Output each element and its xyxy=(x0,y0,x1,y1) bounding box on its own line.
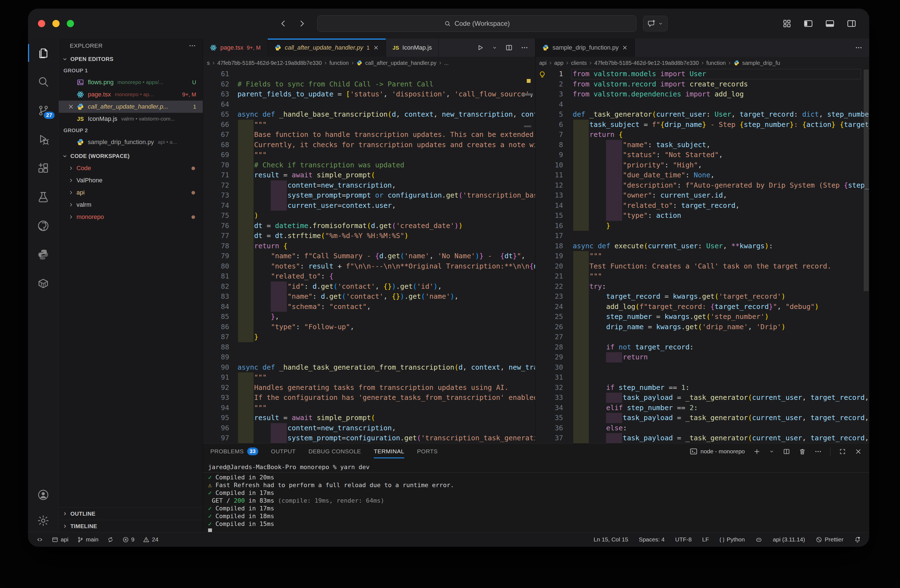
sidebar-folder-monorepo[interactable]: monorepo xyxy=(59,211,203,223)
panel-tab-output[interactable]: OUTPUT xyxy=(271,443,296,459)
open-editor-item[interactable]: page.tsxmonorepo • ap...9+, M xyxy=(59,88,203,101)
breadcrumb[interactable]: s›47feb7bb-5185-462d-9e12-19a8d8b7e330›f… xyxy=(203,57,535,69)
more-icon[interactable] xyxy=(855,44,863,51)
panel-tab-problems[interactable]: PROBLEMS33 xyxy=(210,443,258,459)
activity-search[interactable] xyxy=(28,69,59,95)
close-editor-icon[interactable] xyxy=(66,103,76,110)
sidebar-folder-valphone[interactable]: ValPhone xyxy=(59,174,203,186)
breadcrumb-item[interactable]: call_after_update_handler.py xyxy=(365,60,436,66)
breadcrumb-item[interactable]: app xyxy=(554,60,563,66)
terminal-instance-label[interactable]: node - monorepo xyxy=(689,447,745,456)
breadcrumb[interactable]: api›app›clients›47feb7bb-5185-462d-9e12-… xyxy=(535,57,869,69)
activity-explorer[interactable] xyxy=(28,40,59,66)
breadcrumb-item[interactable]: api xyxy=(539,60,547,66)
breadcrumb-item[interactable]: ... xyxy=(444,60,448,66)
terminal-output[interactable]: jared@Jareds-MacBook-Pro monorepo % yarn… xyxy=(203,459,869,532)
activity-extensions[interactable] xyxy=(28,155,59,181)
split-editor-icon[interactable] xyxy=(505,44,513,51)
panel-tab-terminal[interactable]: TERMINAL xyxy=(374,443,404,459)
activity-docker[interactable] xyxy=(28,271,59,296)
status-text: Ln 15, Col 15 xyxy=(594,536,628,543)
panel-tab-debug-console[interactable]: DEBUG CONSOLE xyxy=(309,443,361,459)
open-editor-item[interactable]: sample_drip_function.pyapi • a... xyxy=(59,136,203,148)
zoom-window-button[interactable] xyxy=(67,20,74,27)
activity-python[interactable] xyxy=(28,242,59,267)
breadcrumb-item[interactable]: sample_drip_fu xyxy=(742,60,780,66)
status-prettier[interactable]: Prettier xyxy=(816,536,844,543)
outline-header[interactable]: OUTLINE xyxy=(59,507,203,520)
status-bell[interactable] xyxy=(854,536,861,543)
status-api-3-11-14-[interactable]: api (3.11.14) xyxy=(773,536,805,543)
status-copilot[interactable] xyxy=(756,536,762,543)
sidebar-folder-api[interactable]: api xyxy=(59,186,203,199)
status-main[interactable]: main xyxy=(77,536,99,543)
code-line-66: 66 """ xyxy=(203,120,535,130)
open-editor-item[interactable]: JSIconMap.jsvalrm • valstorm-com... xyxy=(59,113,203,125)
activity-source-control[interactable]: 27 xyxy=(28,98,59,123)
code-editor[interactable]: 6162# Fields to sync from Child Call -> … xyxy=(203,69,535,443)
panel-tab-ports[interactable]: PORTS xyxy=(417,443,438,459)
panel-plus-icon[interactable] xyxy=(753,448,760,455)
activity-run-debug[interactable] xyxy=(28,127,59,152)
breadcrumb-item[interactable]: 47feb7bb-5185-462d-9e12-19a8d8b7e330 xyxy=(217,60,322,66)
activity-settings[interactable] xyxy=(28,508,59,534)
chevron-down-icon xyxy=(62,56,68,62)
breadcrumb-item[interactable]: 47feb7bb-5185-462d-9e12-19a8d8b7e330 xyxy=(594,60,699,66)
timeline-header[interactable]: TIMELINE xyxy=(59,520,203,532)
toggle-panel-icon[interactable] xyxy=(825,19,835,28)
navigate-back-button[interactable] xyxy=(279,19,289,28)
panel-more-icon[interactable] xyxy=(815,448,822,455)
status-ln-15-col-15[interactable]: Ln 15, Col 15 xyxy=(594,536,628,543)
breadcrumb-item[interactable]: s xyxy=(207,60,210,66)
panel-split-editor-icon[interactable] xyxy=(783,448,790,455)
close-tab-icon[interactable] xyxy=(373,45,379,51)
status-python[interactable]: { }Python xyxy=(720,536,745,543)
open-editors-header[interactable]: OPEN EDITORS xyxy=(59,53,203,65)
breadcrumb-item[interactable]: clients xyxy=(571,60,587,66)
more-actions-icon[interactable] xyxy=(188,42,196,50)
copilot-chat-button[interactable] xyxy=(643,16,667,31)
activity-github[interactable] xyxy=(28,213,59,239)
editor-scrollbar[interactable] xyxy=(864,70,869,291)
panel-maximize-icon[interactable] xyxy=(839,448,846,455)
activity-testing[interactable] xyxy=(28,184,59,210)
toggle-sidebar-right-icon[interactable] xyxy=(847,19,857,28)
activity-account[interactable] xyxy=(28,482,59,507)
lightbulb-icon[interactable] xyxy=(538,71,546,79)
editor-tab-page.tsx[interactable]: page.tsx9+, M xyxy=(203,39,268,57)
close-window-button[interactable] xyxy=(38,20,45,27)
navigate-forward-button[interactable] xyxy=(297,19,306,28)
breadcrumb-separator: › xyxy=(728,59,731,67)
workspace-header[interactable]: CODE (WORKSPACE) xyxy=(59,150,203,162)
panel-close-icon[interactable] xyxy=(855,448,862,455)
toggle-sidebar-left-icon[interactable] xyxy=(803,19,813,28)
status-api[interactable]: api xyxy=(51,536,68,543)
breadcrumb-item[interactable]: function xyxy=(329,60,349,66)
run-icon[interactable] xyxy=(476,44,484,51)
sidebar-folder-code[interactable]: Code xyxy=(59,162,203,174)
sidebar-folder-valrm[interactable]: valrm xyxy=(59,199,203,211)
panel-trash-icon[interactable] xyxy=(799,448,806,455)
editor-tab-sample_drip_function.py[interactable]: sample_drip_function.py xyxy=(535,39,635,57)
panel-chevron-down-icon[interactable] xyxy=(769,448,774,454)
more-icon[interactable] xyxy=(521,44,528,51)
breadcrumb-item[interactable]: function xyxy=(706,60,726,66)
status-sync[interactable] xyxy=(107,536,114,543)
editor-tab-call_after_update_handler.py[interactable]: call_after_update_handler.py1 xyxy=(268,39,386,57)
status-24[interactable]: 24 xyxy=(143,536,158,543)
git-status-badge: U xyxy=(192,79,196,85)
status-remote[interactable] xyxy=(36,536,43,543)
close-tab-icon[interactable] xyxy=(622,45,628,51)
command-center-search[interactable]: Code (Workspace) xyxy=(317,15,636,32)
customize-layout-icon[interactable] xyxy=(782,19,791,28)
code-editor[interactable]: 1from valstorm.models import User2from v… xyxy=(535,69,869,443)
chevron-down-icon[interactable] xyxy=(492,45,497,50)
status-lf[interactable]: LF xyxy=(702,536,709,543)
status-spaces-4[interactable]: Spaces: 4 xyxy=(639,536,664,543)
open-editor-item[interactable]: call_after_update_handler.p...1 xyxy=(59,101,203,113)
minimize-window-button[interactable] xyxy=(52,20,60,27)
open-editor-item[interactable]: flows.pngmonorepo • apps/...U xyxy=(59,76,203,88)
status-9[interactable]: 9 xyxy=(122,536,135,543)
status-utf-8[interactable]: UTF-8 xyxy=(675,536,692,543)
editor-tab-IconMap.js[interactable]: JSIconMap.js xyxy=(386,39,439,57)
